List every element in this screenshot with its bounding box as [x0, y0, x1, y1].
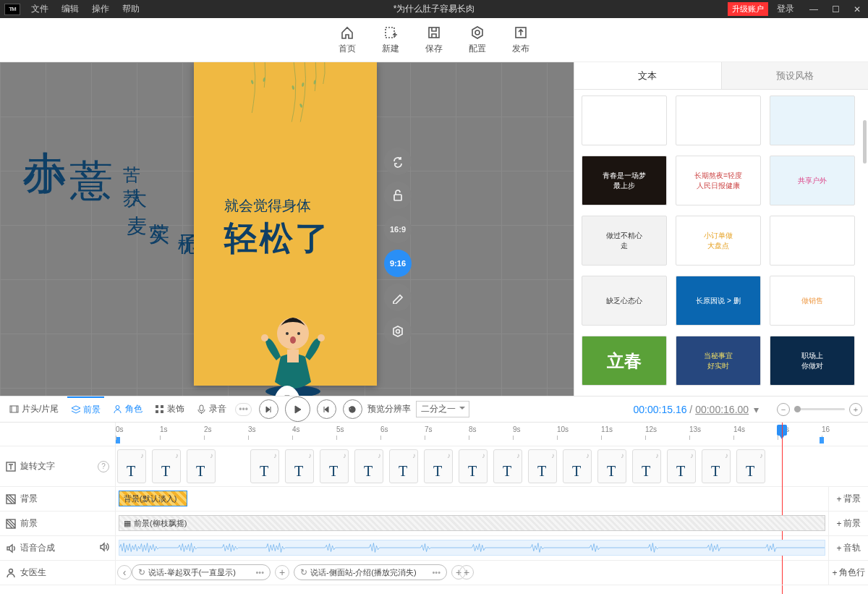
- template-item[interactable]: 做过不精心走: [582, 216, 667, 266]
- template-item[interactable]: 长原因说 > 删: [676, 276, 761, 326]
- text-clip[interactable]: [493, 449, 522, 483]
- svg-rect-26: [156, 410, 158, 413]
- toolbar-new[interactable]: 新建: [382, 25, 399, 55]
- side-tab-text[interactable]: 文本: [574, 62, 722, 89]
- play-button[interactable]: [285, 396, 310, 422]
- menu-file[interactable]: 文件: [25, 3, 55, 15]
- text-clip[interactable]: [187, 449, 216, 483]
- menu-help[interactable]: 帮助: [116, 3, 146, 15]
- text-clip[interactable]: [389, 449, 418, 483]
- text-clip[interactable]: [250, 449, 279, 483]
- add-fg-button[interactable]: + 前景: [828, 512, 868, 535]
- text-clip[interactable]: [702, 449, 731, 483]
- add-audio-button[interactable]: + 音轨: [828, 536, 868, 560]
- action-clip[interactable]: ↻说话-举起双手(一直显示)•••: [132, 564, 271, 580]
- canvas-tool-lock[interactable]: [384, 182, 412, 209]
- text-clip[interactable]: [354, 449, 383, 483]
- playback-controls: [259, 396, 362, 422]
- template-item[interactable]: [770, 96, 855, 145]
- svg-point-15: [297, 332, 300, 335]
- volume-icon[interactable]: [99, 542, 109, 554]
- timeline-ruler[interactable]: 0s1s2s3s4s5s6s7s8s9s10s11s12s13s14s15s16: [116, 423, 868, 446]
- canvas-tool-settings[interactable]: [384, 318, 412, 345]
- preview-resolution-select[interactable]: 二分之一: [416, 401, 469, 417]
- tl-tab-foreground[interactable]: 前景: [67, 396, 104, 422]
- canvas-tool-nine-sixteen[interactable]: 9:16: [384, 250, 412, 277]
- canvas-tool-recycle[interactable]: [384, 148, 412, 175]
- ruler-end-marker[interactable]: [820, 437, 824, 444]
- template-item[interactable]: 缺乏心态心: [582, 276, 667, 326]
- template-item[interactable]: [770, 216, 855, 266]
- next-button[interactable]: [317, 399, 336, 419]
- toolbar-publish[interactable]: 发布: [512, 25, 529, 55]
- minimize-button[interactable]: —: [803, 4, 825, 14]
- text-clip[interactable]: [320, 449, 349, 483]
- tl-tab-role[interactable]: 角色: [109, 396, 146, 422]
- text-clip[interactable]: [459, 449, 488, 483]
- help-icon[interactable]: ?: [98, 461, 109, 472]
- toolbar-home[interactable]: 首页: [339, 25, 356, 55]
- action-scroll-left[interactable]: ‹: [117, 565, 132, 580]
- menu-action[interactable]: 操作: [85, 3, 116, 15]
- side-tab-preset[interactable]: 预设风格: [722, 62, 869, 89]
- text-clip[interactable]: [152, 449, 181, 483]
- text-clip[interactable]: [528, 449, 557, 483]
- text-clip[interactable]: [424, 449, 453, 483]
- tl-tab-intro[interactable]: 片头/片尾: [6, 396, 62, 422]
- add-bg-button[interactable]: + 背景: [828, 487, 868, 511]
- tl-tab-more[interactable]: •••: [235, 403, 252, 416]
- canvas-document[interactable]: 就会觉得身体 轻松了: [194, 62, 377, 386]
- text-clip[interactable]: [736, 449, 765, 483]
- zoom-in-button[interactable]: +: [849, 403, 862, 416]
- template-item[interactable]: 青春是一场梦最上步: [582, 156, 667, 205]
- save-icon: [427, 25, 441, 40]
- template-item[interactable]: [582, 96, 667, 145]
- text-clip[interactable]: [117, 449, 146, 483]
- close-button[interactable]: ✕: [846, 4, 868, 14]
- loop-button[interactable]: [343, 399, 362, 419]
- template-scrollbar[interactable]: [862, 90, 867, 396]
- maximize-button[interactable]: ☐: [825, 4, 846, 14]
- fg-clip[interactable]: ▦前景(柳枝飘摇): [119, 515, 825, 531]
- text-clip[interactable]: [563, 449, 592, 483]
- menu-edit[interactable]: 编辑: [55, 3, 85, 15]
- zoom-slider[interactable]: [794, 408, 845, 410]
- track-rotate-content[interactable]: [116, 446, 868, 486]
- bg-clip[interactable]: 背景(默认淡入): [119, 491, 187, 506]
- template-item[interactable]: 立春: [582, 336, 667, 386]
- canvas-area[interactable]: 赤小 薏 苦荞 大麦 芡实 栀子: [0, 62, 574, 396]
- add-role-button[interactable]: + 角色行: [828, 561, 868, 585]
- action-clip[interactable]: ↻说话-侧面站-介绍(播放完消失)•••: [294, 564, 447, 580]
- toolbar-config[interactable]: 配置: [469, 25, 486, 55]
- template-item[interactable]: 当秘事宜好实时: [676, 336, 761, 386]
- tl-tab-decoration[interactable]: 装饰: [151, 396, 188, 422]
- template-grid[interactable]: 青春是一场梦最上步长期熬夜=轻度人民日报健康共享户外做过不精心走小订单做大盘点缺…: [574, 90, 868, 396]
- template-item[interactable]: 职场上你做对: [770, 336, 855, 386]
- publish-icon: [514, 25, 528, 40]
- template-item[interactable]: 长期熬夜=轻度人民日报健康: [676, 156, 761, 205]
- track-bg-content[interactable]: 背景(默认淡入): [116, 487, 828, 511]
- text-clip[interactable]: [632, 449, 661, 483]
- upgrade-button[interactable]: 升级账户: [728, 2, 768, 16]
- add-action-button[interactable]: +: [459, 565, 474, 580]
- track-doctor-content[interactable]: ↻说话-举起双手(一直显示)•••↻说话-侧面站-介绍(播放完消失)•••‹++…: [116, 561, 828, 585]
- add-action-button[interactable]: +: [275, 565, 289, 580]
- prev-button[interactable]: [259, 399, 278, 419]
- template-item[interactable]: 共享户外: [770, 156, 855, 205]
- template-item[interactable]: 做销售: [770, 276, 855, 326]
- toolbar-save[interactable]: 保存: [425, 25, 443, 55]
- track-fg-content[interactable]: ▦前景(柳枝飘摇): [116, 512, 828, 535]
- canvas-tool-edit[interactable]: [384, 284, 412, 311]
- template-item[interactable]: 小订单做大盘点: [676, 216, 761, 266]
- tl-tab-record[interactable]: 录音: [193, 396, 230, 422]
- login-button[interactable]: 登录: [768, 3, 803, 15]
- audio-waveform[interactable]: [119, 540, 825, 556]
- canvas-tool-sixteen-nine[interactable]: 16:9: [384, 216, 412, 243]
- text-clip[interactable]: [285, 449, 314, 483]
- track-tts-content[interactable]: [116, 536, 828, 560]
- zoom-out-button[interactable]: −: [777, 403, 790, 416]
- time-total[interactable]: 00:00:16.00: [695, 404, 749, 415]
- template-item[interactable]: [676, 96, 761, 145]
- text-clip[interactable]: [597, 449, 626, 483]
- text-clip[interactable]: [667, 449, 696, 483]
